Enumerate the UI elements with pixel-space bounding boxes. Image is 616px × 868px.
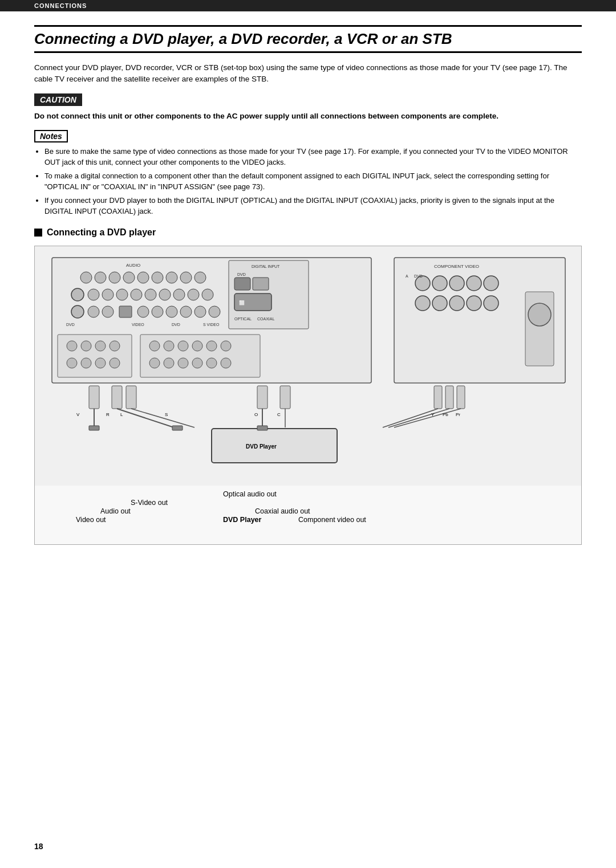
diagram-area: AUDIO (34, 246, 582, 545)
svg-text:⬜: ⬜ (239, 300, 245, 305)
svg-rect-45 (58, 335, 132, 377)
page-title: Connecting a DVD player, a DVD recorder,… (34, 25, 582, 53)
svg-rect-88 (112, 386, 122, 409)
svg-point-60 (221, 341, 231, 351)
label-coaxial-audio-out: Coaxial audio out (255, 507, 310, 515)
svg-point-3 (80, 272, 92, 283)
svg-point-77 (432, 296, 447, 311)
svg-text:COMPONENT VIDEO: COMPONENT VIDEO (434, 264, 479, 269)
svg-point-71 (449, 276, 464, 291)
svg-text:R: R (106, 412, 110, 417)
label-component-video-out: Component video out (298, 516, 366, 524)
svg-rect-91 (126, 386, 136, 409)
svg-text:Pr: Pr (456, 412, 460, 417)
svg-point-19 (173, 289, 185, 300)
page: CONNECTIONS Connecting a DVD player, a D… (0, 0, 616, 868)
svg-point-57 (178, 341, 188, 351)
notes-list: Be sure to make the same type of video c… (34, 146, 582, 217)
svg-rect-40 (253, 278, 269, 290)
svg-point-16 (131, 289, 142, 300)
svg-rect-100 (457, 386, 465, 409)
svg-point-29 (180, 306, 192, 317)
svg-text:AUDIO: AUDIO (126, 263, 140, 268)
svg-text:VIDEO: VIDEO (132, 323, 144, 327)
svg-point-58 (192, 341, 202, 351)
svg-rect-90 (172, 426, 183, 430)
svg-text:S: S (165, 412, 168, 417)
diagram-labels: Optical audio out S-Video out Audio out … (35, 487, 582, 544)
svg-text:DVD: DVD (414, 274, 423, 278)
content: Connecting a DVD player, a DVD recorder,… (0, 11, 616, 568)
svg-point-31 (209, 306, 220, 317)
svg-text:COAXIAL: COAXIAL (257, 317, 274, 321)
svg-rect-25 (119, 306, 132, 317)
svg-point-10 (180, 272, 192, 283)
svg-point-17 (145, 289, 156, 300)
svg-rect-99 (445, 386, 453, 409)
svg-text:DVD: DVD (66, 323, 75, 327)
svg-point-55 (149, 341, 160, 351)
svg-rect-85 (89, 386, 99, 409)
svg-rect-96 (280, 386, 290, 409)
svg-point-30 (194, 306, 206, 317)
svg-point-12 (71, 288, 84, 301)
svg-point-11 (194, 272, 206, 283)
svg-point-50 (67, 358, 77, 368)
svg-point-14 (102, 289, 114, 300)
svg-rect-54 (140, 335, 260, 377)
svg-point-64 (192, 358, 202, 368)
svg-text:A: A (406, 274, 408, 278)
svg-text:DVD: DVD (237, 272, 246, 276)
svg-rect-87 (89, 426, 99, 430)
top-bar-label: CONNECTIONS (34, 2, 87, 9)
page-number: 18 (34, 842, 43, 851)
label-s-video-out: S-Video out (131, 499, 168, 507)
svg-point-28 (166, 306, 177, 317)
svg-point-6 (123, 272, 135, 283)
label-audio-out: Audio out (100, 507, 131, 515)
svg-text:DVD: DVD (172, 323, 180, 327)
svg-point-82 (528, 303, 551, 326)
label-dvd-player: DVD Player (223, 516, 261, 524)
notes-item-3: If you connect your DVD player to both t… (44, 195, 582, 217)
svg-point-13 (88, 289, 99, 300)
svg-point-72 (467, 276, 481, 291)
diagram-svg: AUDIO (35, 246, 582, 486)
svg-text:Y: Y (431, 412, 435, 417)
svg-point-63 (178, 358, 188, 368)
svg-point-46 (67, 341, 77, 351)
caution-text: Do not connect this unit or other compon… (34, 111, 582, 122)
notes-item-2: To make a digital connection to a compon… (44, 170, 582, 193)
svg-point-27 (152, 306, 163, 317)
top-bar: CONNECTIONS (0, 0, 616, 11)
svg-rect-93 (257, 386, 268, 409)
svg-point-22 (71, 305, 84, 318)
svg-point-49 (110, 341, 120, 351)
svg-point-48 (95, 341, 106, 351)
svg-point-21 (202, 289, 213, 300)
svg-point-61 (149, 358, 160, 368)
caution-label: CAUTION (34, 93, 82, 106)
svg-point-18 (159, 289, 171, 300)
svg-point-5 (109, 272, 120, 283)
svg-text:DVD Player: DVD Player (246, 443, 277, 450)
svg-point-56 (164, 341, 174, 351)
svg-point-59 (206, 341, 217, 351)
svg-point-7 (137, 272, 149, 283)
svg-point-8 (152, 272, 163, 283)
svg-point-66 (221, 358, 231, 368)
svg-point-26 (137, 306, 149, 317)
svg-text:Pb: Pb (443, 412, 448, 417)
intro-text: Connect your DVD player, DVD recorder, V… (34, 62, 582, 85)
svg-point-76 (415, 296, 430, 311)
svg-point-15 (116, 289, 128, 300)
label-optical-audio-out: Optical audio out (223, 490, 277, 498)
svg-point-62 (164, 358, 174, 368)
svg-text:DIGITAL INPUT: DIGITAL INPUT (252, 264, 280, 268)
caution-block: CAUTION Do not connect this unit or othe… (34, 93, 582, 122)
svg-point-52 (95, 358, 106, 368)
svg-rect-98 (434, 386, 442, 409)
svg-point-78 (449, 296, 464, 311)
svg-point-79 (467, 296, 481, 311)
svg-text:S VIDEO: S VIDEO (203, 323, 220, 327)
